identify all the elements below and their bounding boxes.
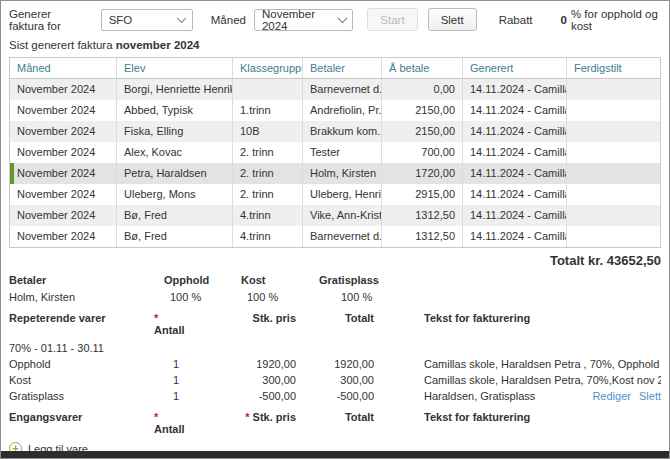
cell-elev: Bø, Fred [117,205,233,226]
table-row[interactable]: November 2024 Fiska, Elling 10B Brakkum … [10,121,660,142]
tekst-header: Tekst for fakturering [374,312,661,324]
repeating-item-row[interactable]: Gratisplass 1 -500,00 -500,00 Haraldsen,… [1,386,669,402]
cell-betaler: Uleberg, Henri... [303,184,382,205]
cell-generert: 14.11.2024 - Camilla Wiik [463,205,567,226]
discount-suffix: % for opphold og kost [571,8,661,32]
column-header-elev[interactable]: Elev [117,58,233,78]
required-marker: * [154,312,158,324]
discount-label: Rabatt [499,14,533,26]
column-header-klassegruppe[interactable]: Klassegruppe [233,58,303,78]
cell-generert: 14.11.2024 - Camilla Wiik [463,142,567,163]
totalt-header: Totalt [296,312,374,324]
selected-row-indicator [10,163,14,184]
table-row-selected[interactable]: November 2024 Petra, Haraldsen 2. trinn … [10,163,660,184]
cell-a-betale: 1312,50 [382,205,463,226]
stk-pris-header: Stk. pris [253,411,296,423]
repeating-item-row[interactable]: Opphold 1 1920,00 1920,00 Camillas skole… [1,354,669,370]
cell-klassegruppe: 1.trinn [233,100,303,121]
item-tekst: Haraldsen, Gratisplass [374,390,587,402]
cell-betaler: Brakkum kom... [303,121,382,142]
unit-select[interactable]: SFO [101,9,193,31]
item-totalt: -500,00 [296,390,374,402]
cell-maned: November 2024 [10,79,117,100]
cell-betaler: Andrefiolin, Pr... [303,100,382,121]
unit-select-value: SFO [109,14,133,26]
cell-ferdigstilt [567,100,660,121]
item-name: Kost [9,374,154,386]
item-stk-pris: 300,00 [179,374,296,386]
item-stk-pris: 1920,00 [179,358,296,370]
cell-elev: Petra, Haraldsen [117,163,233,184]
cell-generert: 14.11.2024 - Camilla Wiik [463,226,567,247]
cell-betaler: Barnevernet d... [303,226,382,247]
invoice-generation-page: Generer faktura for SFO Måned November 2… [0,0,670,459]
item-tekst: Camillas skole, Haraldsen Petra, 70%,Kos… [374,374,661,386]
cell-ferdigstilt [567,79,660,100]
table-row[interactable]: November 2024 Uleberg, Mons 2. trinn Ule… [10,184,660,205]
tekst-header: Tekst for fakturering [374,411,661,423]
table-row[interactable]: November 2024 Bø, Fred 4.trinn Barnevern… [10,226,660,247]
cell-maned: November 2024 [10,184,117,205]
cell-ferdigstilt [567,142,660,163]
item-totalt: 1920,00 [296,358,374,370]
item-antall: 1 [154,374,179,386]
cell-elev: Abbed, Typisk [117,100,233,121]
table-row[interactable]: November 2024 Bø, Fred 4.trinn Vike, Ann… [10,205,660,226]
item-name: Opphold [9,358,154,370]
repeating-item-row[interactable]: Kost 1 300,00 300,00 Camillas skole, Har… [1,370,669,386]
delete-item-link[interactable]: Slett [639,390,661,402]
payer-gratisplass-pct: 100 % [319,286,661,303]
month-select[interactable]: November 2024 [254,9,353,31]
payer-col-kost: Kost [241,271,319,286]
cell-a-betale: 1312,50 [382,226,463,247]
cell-ferdigstilt [567,184,660,205]
toolbar: Generer faktura for SFO Måned November 2… [1,1,669,31]
grand-total: Totalt kr. 43652,50 [1,248,669,268]
cell-maned: November 2024 [10,205,117,226]
onetime-title: Engangsvarer [9,411,154,423]
cell-generert: 14.11.2024 - Camilla Wiik [463,184,567,205]
month-label: Måned [211,14,246,26]
cell-klassegruppe [233,79,303,100]
cell-generert: 14.11.2024 - Camilla Wiik [463,100,567,121]
payer-col-betaler: Betaler [9,271,164,286]
cell-generert: 14.11.2024 - Camilla Wiik [463,121,567,142]
column-header-a-betale[interactable]: Å betale [382,58,463,78]
generate-invoice-label: Generer faktura for [9,8,88,32]
last-generated-prefix: Sist generert faktura [9,39,113,51]
cell-elev: Alex, Kovac [117,142,233,163]
payer-kost-pct: 100 % [241,286,319,303]
edit-item-link[interactable]: Rediger [592,390,631,402]
column-header-ferdigstilt[interactable]: Ferdigstilt [567,58,660,78]
column-header-generert[interactable]: Generert [463,58,567,78]
table-row[interactable]: November 2024 Abbed, Typisk 1.trinn Andr… [10,100,660,121]
onetime-items-header: Engangsvarer * Antall * Stk. pris Totalt… [1,402,669,435]
start-button[interactable]: Start [367,8,417,31]
cell-generert: 14.11.2024 - Camilla Wiik [463,163,567,184]
column-header-betaler[interactable]: Betaler [303,58,382,78]
bottom-strip [1,451,669,458]
payer-opphold-pct: 100 % [164,286,241,303]
table-row[interactable]: November 2024 Alex, Kovac 2. trinn Teste… [10,142,660,163]
repeating-title: Repeterende varer [9,312,154,324]
cell-ferdigstilt [567,163,660,184]
cell-maned: November 2024 [10,142,117,163]
required-marker: * [245,411,249,423]
payer-col-gratisplass: Gratisplass [319,271,661,286]
chevron-down-icon [176,13,186,23]
cell-a-betale: 1720,00 [382,163,463,184]
cell-ferdigstilt [567,205,660,226]
payer-detail-header: Betaler Opphold Kost Gratisplass Holm, K… [1,268,669,303]
delete-button[interactable]: Slett [428,8,477,31]
cell-klassegruppe: 4.trinn [233,205,303,226]
column-header-maned[interactable]: Måned [10,58,117,78]
cell-betaler: Barnevernet d... [303,79,382,100]
cell-betaler: Vike, Ann-Krist... [303,205,382,226]
item-name: Gratisplass [9,390,154,402]
cell-elev: Uleberg, Mons [117,184,233,205]
table-row[interactable]: November 2024 Borgi, Henriette Henriksen… [10,79,660,100]
cell-maned: November 2024 [10,121,117,142]
table-header-row: Måned Elev Klassegruppe Betaler Å betale… [10,58,660,79]
cell-ferdigstilt [567,121,660,142]
item-totalt: 300,00 [296,374,374,386]
